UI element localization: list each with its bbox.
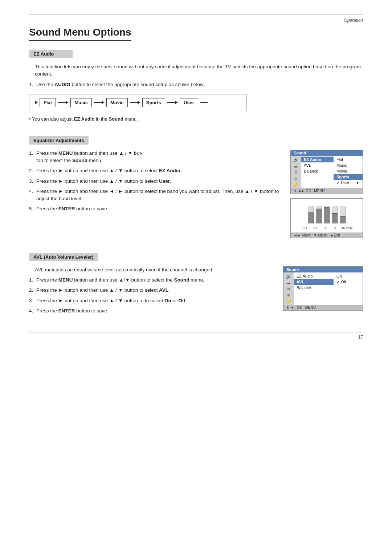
eq-bar-5 [340, 202, 346, 223]
avl-screen-footer: ⬆ ◄ OK MENU [283, 305, 363, 310]
eq-screen1-body: 🔊 ▬ ⚙ ⊘ 🔑 EZ Audio AVL Balance Fla [291, 156, 363, 188]
avl-screen-body: 🔊 ▬ ⚙ ⊘ 🔑 EZ Audio AVL Balance On [283, 272, 363, 305]
eq-bar-1 [308, 202, 314, 223]
eq-bar-2 [316, 202, 322, 223]
flow-box-movie: Movie [106, 98, 128, 107]
eq-labels: 0.1 0.5 1 5 10 KHz [300, 226, 354, 230]
ez-audio-header: EZ Audio [29, 50, 73, 58]
eq-right-movie: Movie [334, 168, 363, 174]
avl-screen-col: Sound 🔊 ▬ ⚙ ⊘ 🔑 EZ Audio AVL Balance [283, 266, 363, 311]
flow-box-music: Music [70, 98, 92, 107]
avl-sidebar-icon-1: 🔊 [286, 274, 291, 279]
eq-right-flat: Flat [334, 157, 363, 162]
avl-sidebar-icon-3: ⚙ [287, 287, 290, 291]
eq-label-2: 0.5 [310, 226, 320, 230]
avl-screen-header: Sound [283, 267, 363, 272]
avl-screen: Sound 🔊 ▬ ⚙ ⊘ 🔑 EZ Audio AVL Balance [283, 266, 363, 311]
eq-bar-4 [332, 202, 338, 223]
eq-screen2-footer: ◄► Move ⬆ Adjust ■ Exit [291, 232, 363, 238]
avl-section: AVL (Auto Volume Leveler) AVL maintains … [29, 253, 363, 318]
eq-label-5: 10 KHz [340, 226, 354, 230]
avl-step2: 2. Press the ► button and then use ▲ / ▼… [29, 287, 274, 294]
eq-screen1-right: Flat Music Movie Sports ✓ User ► [334, 156, 363, 188]
eq-screen2: 0.1 0.5 1 5 10 KHz ◄► Move ⬆ Adjust ■ Ex… [290, 198, 363, 238]
avl-layout: AVL maintains an equal volume level auto… [29, 266, 363, 318]
flow-arrow-2 [94, 102, 104, 103]
equalizer-header: Equalizer Adjustments [29, 136, 89, 145]
flow-arrow-3 [130, 102, 140, 103]
flow-box-sports: Sports [142, 98, 165, 107]
ez-audio-note: • You can also adjust EZ Audio in the So… [29, 116, 363, 122]
avl-screen-main: EZ Audio AVL Balance [294, 272, 334, 305]
avl-screen-sidebar: 🔊 ▬ ⚙ ⊘ 🔑 [283, 272, 294, 305]
eq-menu-balance: Balance [301, 168, 334, 174]
ez-audio-step1: 1. Use the AUDIO button to select the ap… [29, 81, 363, 88]
equalizer-layout: 1. Press the MENU button and then use ▲ … [29, 150, 363, 238]
page-title: Sound Menu Options [29, 27, 131, 41]
flow-end-line [200, 102, 208, 103]
equalizer-screens: Sound 🔊 ▬ ⚙ ⊘ 🔑 EZ Audio AVL Balance [290, 150, 363, 238]
eq-screen1-footer: ⬆ ◄► OK MENU [291, 188, 363, 194]
flow-box-flat: Flat [40, 98, 56, 107]
avl-right-on: On [334, 273, 363, 279]
eq-step3: 3. Press the ► button and then use ▲ / ▼… [29, 178, 282, 185]
eq-right-user: ✓ User ► [334, 180, 363, 186]
sidebar-icon-1: 🔊 [293, 157, 299, 162]
ez-audio-section: EZ Audio This function lets you enjoy th… [29, 50, 363, 122]
eq-bar-3 [324, 202, 330, 223]
avl-step1: 1. Press the MENU button and then use ▲/… [29, 276, 274, 284]
top-rule [29, 15, 363, 15]
equalizer-text: 1. Press the MENU button and then use ▲ … [29, 150, 282, 216]
eq-screen1-sidebar: 🔊 ▬ ⚙ ⊘ 🔑 [291, 156, 301, 188]
avl-step3: 3. Press the ► button and then use ▲ / ▼… [29, 297, 274, 304]
sidebar-icon-3: ⚙ [294, 170, 298, 174]
avl-screen-right: On ✓ Off [334, 272, 363, 305]
flow-arrow-4 [167, 102, 177, 103]
eq-menu-avl: AVL [301, 162, 334, 168]
avl-sidebar-icon-2: ▬ [287, 281, 290, 285]
sidebar-icon-4: ⊘ [294, 177, 297, 181]
avl-text: AVL maintains an equal volume level auto… [29, 266, 274, 318]
eq-screen1: Sound 🔊 ▬ ⚙ ⊘ 🔑 EZ Audio AVL Balance [290, 150, 363, 194]
sidebar-icon-5: 🔑 [294, 183, 298, 187]
sidebar-icon-2: ▬ [294, 165, 298, 168]
eq-step2: 2. Press the ► button and then use ▲ / ▼… [29, 167, 282, 174]
avl-sidebar-icon-5: 🔑 [286, 299, 291, 303]
ez-audio-description: This function lets you enjoy the best so… [29, 63, 363, 78]
page-container: Operation Sound Menu Options EZ Audio Th… [0, 0, 392, 361]
eq-label-1: 0.1 [300, 226, 310, 230]
eq-right-music: Music [334, 162, 363, 168]
eq-menu-ezaudio: EZ Audio [301, 157, 334, 162]
eq-step5: 5. Press the ENTER button to save. [29, 205, 282, 213]
avl-sidebar-icon-4: ⊘ [287, 293, 290, 297]
flow-start-arrow [35, 101, 38, 104]
eq-screen1-main: EZ Audio AVL Balance [301, 156, 334, 188]
eq-right-sports: Sports [334, 174, 363, 180]
eq-screen2-body: 0.1 0.5 1 5 10 KHz [291, 199, 363, 232]
flow-arrow-1 [58, 102, 68, 103]
avl-description: AVL maintains an equal volume level auto… [29, 266, 274, 274]
eq-step1: 1. Press the MENU button and then use ▲ … [29, 150, 282, 165]
avl-menu-avl: AVL [294, 279, 334, 285]
eq-screen1-header: Sound [291, 150, 363, 156]
avl-step4: 4. Press the ENTER button to save. [29, 307, 274, 315]
operation-label: Operation [29, 18, 363, 23]
eq-step4: 4. Press the ► button and then use ◄ / ►… [29, 188, 282, 203]
eq-bars [308, 202, 346, 223]
eq-label-4: 5 [330, 226, 340, 230]
avl-menu-balance: Balance [294, 285, 334, 291]
equalizer-section: Equalizer Adjustments 1. Press the MENU … [29, 136, 363, 238]
eq-label-3: 1 [320, 226, 330, 230]
avl-right-off: ✓ Off [334, 279, 363, 285]
page-number: 17 [29, 335, 363, 340]
flow-box-user: User [180, 98, 198, 107]
flow-diagram: Flat Music Movie Sports User [29, 94, 247, 111]
bottom-rule [29, 332, 363, 332]
avl-header: AVL (Auto Volume Leveler) [29, 253, 98, 261]
avl-menu-ezaudio: EZ Audio [294, 273, 334, 279]
